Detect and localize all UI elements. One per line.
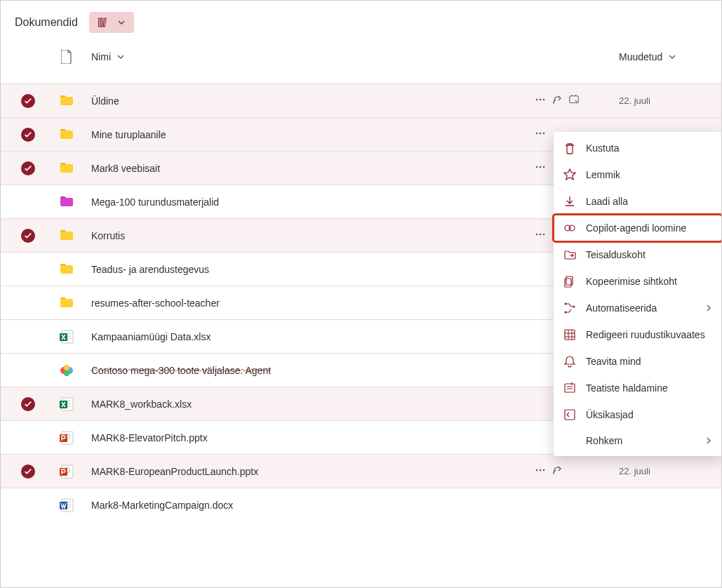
menu-item-copy[interactable]: Kopeerimise sihtkoht bbox=[554, 268, 722, 295]
alerts-icon bbox=[563, 382, 576, 394]
file-name-cell[interactable]: Mark8-MarketingCampaign.docx bbox=[79, 500, 535, 511]
svg-rect-1 bbox=[101, 18, 102, 27]
bell-icon bbox=[563, 355, 576, 368]
modified-date: 22. juuli bbox=[619, 95, 650, 106]
menu-item-folder-move[interactable]: Teisalduskoht bbox=[554, 241, 722, 268]
menu-item-star[interactable]: Lemmik bbox=[554, 161, 722, 188]
column-type-icon[interactable] bbox=[55, 50, 79, 64]
menu-item-label: Teatiste haldamine bbox=[586, 382, 712, 394]
folder-move-icon bbox=[563, 248, 576, 261]
modified-date: 22. juuli bbox=[619, 466, 650, 476]
share-button[interactable] bbox=[551, 465, 563, 478]
more-actions-button[interactable] bbox=[535, 128, 546, 141]
pin-button[interactable] bbox=[568, 94, 580, 107]
file-type-icon bbox=[55, 498, 79, 512]
menu-item-more[interactable]: Rohkem bbox=[554, 428, 722, 453]
row-select[interactable] bbox=[1, 229, 55, 243]
chevron-right-icon bbox=[705, 435, 712, 446]
copilot-create-icon bbox=[563, 222, 576, 234]
file-type-icon bbox=[55, 195, 79, 209]
column-header-row: Nimi Muudetud bbox=[1, 44, 721, 69]
file-name-cell[interactable]: MARK8-EuropeanProductLaunch.pptx bbox=[79, 466, 535, 477]
more-actions-button[interactable] bbox=[535, 161, 546, 175]
file-name-cell[interactable]: MARK8-ElevatorPitch.pptx bbox=[79, 432, 535, 443]
menu-item-grid[interactable]: Redigeeri ruudustikuvaates bbox=[554, 321, 722, 348]
file-name-cell[interactable]: resumes-after-school-teacher bbox=[79, 298, 535, 309]
modified-cell: 22. juuli bbox=[619, 95, 721, 106]
file-name-cell[interactable]: Üldine bbox=[79, 95, 535, 107]
file-type-icon bbox=[55, 397, 79, 411]
menu-item-flow[interactable]: Automatiseerida bbox=[554, 295, 722, 321]
menu-item-alerts[interactable]: Teatiste haldamine bbox=[554, 375, 722, 401]
selected-check-icon bbox=[21, 229, 35, 243]
menu-item-trash[interactable]: Kustuta bbox=[554, 135, 722, 161]
chevron-down-icon bbox=[117, 18, 126, 27]
file-name: resumes-after-school-teacher bbox=[91, 298, 220, 309]
column-modified-label: Muudetud bbox=[619, 51, 662, 62]
more-actions-button[interactable] bbox=[535, 94, 546, 107]
details-icon bbox=[563, 408, 576, 421]
row-select[interactable] bbox=[1, 397, 55, 411]
star-icon bbox=[563, 168, 576, 181]
menu-item-label: Kustuta bbox=[586, 142, 712, 154]
file-name: Mark8 veebisait bbox=[91, 163, 160, 174]
file-type-icon bbox=[55, 262, 79, 276]
file-name-cell[interactable]: Mega-100 turundusmaterjalid bbox=[79, 196, 535, 208]
chevron-down-icon bbox=[668, 53, 676, 61]
file-row[interactable]: Üldine22. juuli bbox=[1, 83, 721, 117]
row-select[interactable] bbox=[1, 161, 55, 175]
file-type-icon bbox=[55, 94, 79, 108]
file-name-cell[interactable]: Kampaaniamüügi Data.xlsx bbox=[79, 331, 535, 342]
file-name-cell[interactable]: Teadus- ja arendustegevus bbox=[79, 264, 535, 275]
menu-item-label: Kopeerimise sihtkoht bbox=[586, 276, 712, 287]
column-modified-header[interactable]: Muudetud bbox=[619, 51, 721, 62]
selected-check-icon bbox=[21, 161, 35, 175]
selected-check-icon bbox=[21, 94, 35, 108]
file-name: Mega-100 turundusmaterjalid bbox=[91, 196, 219, 208]
chevron-down-icon bbox=[116, 53, 125, 61]
header: Dokumendid bbox=[1, 1, 721, 44]
svg-rect-2 bbox=[103, 18, 106, 27]
share-button[interactable] bbox=[551, 94, 563, 107]
file-type-icon bbox=[55, 465, 79, 479]
row-select[interactable] bbox=[1, 94, 55, 108]
file-name-cell[interactable]: Korrutis bbox=[79, 230, 535, 241]
file-name: MARK8-EuropeanProductLaunch.pptx bbox=[91, 466, 258, 477]
menu-item-label: Laadi alla bbox=[586, 196, 712, 207]
menu-item-label: Teavita mind bbox=[586, 356, 712, 367]
file-name: Mark8-MarketingCampaign.docx bbox=[91, 500, 233, 511]
file-name-cell[interactable]: Mark8 veebisait bbox=[79, 163, 535, 174]
trash-icon bbox=[563, 142, 576, 154]
row-actions bbox=[535, 465, 619, 478]
column-name-header[interactable]: Nimi bbox=[79, 51, 535, 62]
row-select[interactable] bbox=[1, 465, 55, 479]
file-row[interactable]: Mark8-MarketingCampaign.docx bbox=[1, 488, 721, 521]
document-icon bbox=[61, 50, 72, 64]
menu-item-download[interactable]: Laadi alla bbox=[554, 188, 722, 215]
file-type-icon bbox=[55, 296, 79, 310]
file-name: Üldine bbox=[91, 95, 119, 107]
file-row[interactable]: MARK8-EuropeanProductLaunch.pptx22. juul… bbox=[1, 454, 721, 488]
row-select[interactable] bbox=[1, 128, 55, 142]
menu-item-label: Rohkem bbox=[586, 435, 695, 446]
grid-icon bbox=[563, 328, 576, 341]
menu-item-details[interactable]: Üksikasjad bbox=[554, 401, 722, 428]
row-actions bbox=[535, 94, 619, 107]
menu-item-copilot-create[interactable]: Copilot-agendi loomine bbox=[554, 215, 722, 241]
library-books-icon bbox=[98, 16, 110, 29]
file-name: Contoso mega-300 toote väljalase. Agent bbox=[91, 365, 271, 376]
file-name: Kampaaniamüügi Data.xlsx bbox=[91, 331, 210, 342]
more-actions-button[interactable] bbox=[535, 229, 546, 242]
file-type-icon bbox=[55, 363, 79, 377]
menu-item-bell[interactable]: Teavita mind bbox=[554, 348, 722, 375]
more-actions-button[interactable] bbox=[535, 465, 546, 478]
file-name-cell[interactable]: Mine turuplaanile bbox=[79, 129, 535, 140]
file-type-icon bbox=[55, 431, 79, 445]
file-name: Mine turuplaanile bbox=[91, 129, 166, 140]
file-type-icon bbox=[55, 229, 79, 243]
download-icon bbox=[563, 195, 576, 208]
file-name-cell[interactable]: MARK8_workback.xlsx bbox=[79, 399, 535, 410]
library-switcher-button[interactable] bbox=[89, 12, 134, 33]
page-title: Dokumendid bbox=[15, 16, 78, 29]
file-name-cell[interactable]: Contoso mega-300 toote väljalase. Agent bbox=[79, 365, 535, 376]
